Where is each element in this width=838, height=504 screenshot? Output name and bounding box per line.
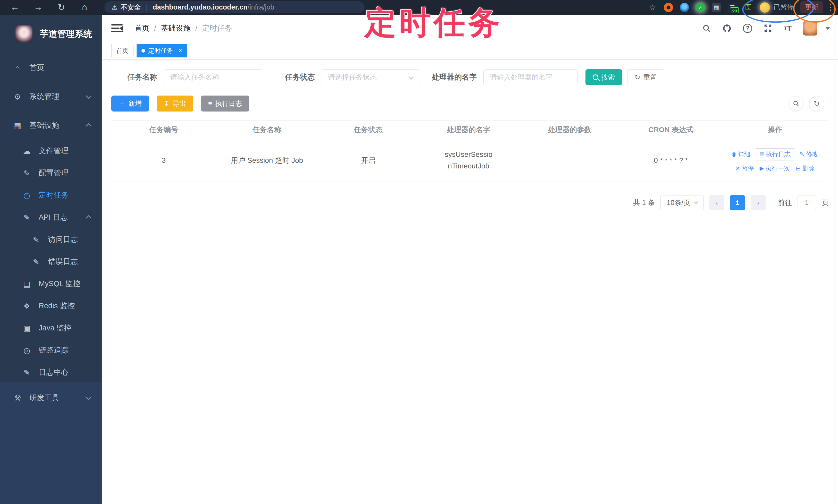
sidebar-item-tracing[interactable]: ◎ 链路追踪 bbox=[0, 339, 102, 361]
browser-home-icon[interactable]: ⌂ bbox=[79, 2, 90, 12]
browser-back-icon[interactable]: ← bbox=[9, 2, 21, 12]
breadcrumb-current: 定时任务 bbox=[202, 23, 232, 34]
close-icon: ✕ bbox=[735, 165, 740, 172]
sidebar-item-label: 链路追踪 bbox=[39, 345, 69, 355]
sidebar-item-system-mgmt[interactable]: ⚙ 系统管理 bbox=[0, 82, 102, 111]
sidebar-item-home[interactable]: ⌂ 首页 bbox=[0, 53, 102, 82]
tag-close-icon[interactable]: × bbox=[179, 47, 182, 54]
extension-icon[interactable]: ✓ bbox=[696, 3, 705, 12]
cloud-icon: ☁ bbox=[22, 146, 32, 156]
tag-home[interactable]: 首页 bbox=[111, 44, 134, 57]
breadcrumb-home[interactable]: 首页 bbox=[135, 23, 150, 34]
user-avatar[interactable] bbox=[803, 21, 817, 36]
pause-link[interactable]: ✕ 暂停 bbox=[735, 164, 754, 173]
breadcrumb-separator: / bbox=[154, 24, 156, 33]
sidebar-item-java-monitor[interactable]: ▣ Java 监控 bbox=[0, 317, 102, 339]
sidebar-fold-icon[interactable] bbox=[111, 24, 123, 33]
extension-icon[interactable]: ▦ bbox=[712, 3, 721, 12]
main-area: 首页 / 基础设施 / 定时任务 ? TT bbox=[102, 15, 838, 504]
sidebar-scrollbar[interactable] bbox=[101, 15, 102, 504]
sidebar-item-scheduled-jobs[interactable]: ◷ 定时任务 bbox=[0, 184, 102, 206]
goto-label: 前往 bbox=[778, 198, 792, 207]
extension-icon[interactable]: ☰ on bbox=[728, 3, 737, 12]
edit-link[interactable]: ✎ 修改 bbox=[800, 150, 818, 158]
delete-link[interactable]: ⊟ 删除 bbox=[796, 164, 815, 173]
page-size-select[interactable]: 10条/页 bbox=[661, 195, 704, 210]
col-actions: 操作 bbox=[721, 121, 829, 139]
url-host: dashboard.yudao.iocoder.cn bbox=[153, 3, 248, 11]
clock-icon: ◷ bbox=[22, 191, 32, 200]
search-button-label: 搜索 bbox=[601, 73, 615, 82]
jobs-table: 任务编号 任务名称 任务状态 处理器的名字 处理器的参数 CRON 表达式 操作… bbox=[111, 120, 829, 182]
font-size-icon[interactable]: TT bbox=[784, 24, 792, 33]
sidebar-item-file-mgmt[interactable]: ☁ 文件管理 bbox=[0, 140, 102, 162]
app-title: 芋道管理系统 bbox=[40, 28, 92, 40]
infrastructure-icon: ▦ bbox=[12, 121, 23, 130]
search-icon bbox=[593, 74, 598, 80]
extension-icon[interactable] bbox=[680, 3, 689, 12]
job-status-select[interactable]: 请选择任务状态 bbox=[321, 69, 420, 85]
edit-icon: ✎ bbox=[800, 151, 804, 158]
database-icon: ▤ bbox=[22, 280, 32, 288]
active-tag-dot bbox=[141, 49, 145, 53]
sidebar: 芋道管理系统 ⌂ 首页 ⚙ 系统管理 ▦ 基础设施 ☁ 文件管理 ✎ 配置管理 … bbox=[0, 15, 102, 504]
sidebar-item-log-center[interactable]: ✎ 日志中心 bbox=[0, 361, 102, 383]
sidebar-item-api-log[interactable]: ✎ API 日志 bbox=[0, 206, 102, 229]
prev-page-button[interactable]: ‹ bbox=[710, 195, 724, 210]
add-button-label: 新增 bbox=[128, 99, 142, 108]
reset-button[interactable]: ↻ 重置 bbox=[627, 69, 664, 85]
browser-reload-icon[interactable]: ↻ bbox=[56, 2, 67, 12]
sidebar-item-redis-monitor[interactable]: ❖ Redis 监控 bbox=[0, 295, 102, 317]
search-button[interactable]: 搜索 bbox=[586, 69, 622, 85]
avatar-caret-icon[interactable] bbox=[825, 27, 830, 30]
goto-page-input[interactable] bbox=[798, 195, 816, 210]
detail-link[interactable]: ◉ 详细 bbox=[732, 150, 750, 158]
cell-job-name: 用户 Session 超时 Job bbox=[216, 139, 318, 182]
chevron-up-icon bbox=[86, 123, 92, 129]
address-bar[interactable]: ⚠ 不安全 | dashboard.yudao.iocoder.cn /infr… bbox=[104, 1, 365, 13]
handler-name-input[interactable] bbox=[484, 69, 578, 85]
eye-icon: ◎ bbox=[22, 346, 32, 355]
sidebar-logo-row[interactable]: 芋道管理系统 bbox=[0, 15, 102, 53]
briefcase-icon: ⚒ bbox=[12, 394, 23, 402]
job-name-input[interactable] bbox=[164, 69, 262, 85]
reset-button-label: 重置 bbox=[643, 73, 657, 82]
sidebar-item-error-log[interactable]: ✎ 错误日志 bbox=[0, 251, 102, 273]
table-toolbar: ＋ 新增 ↧ 导出 ≡ 执行日志 ↻ bbox=[111, 95, 829, 111]
page-scrollbar[interactable] bbox=[835, 15, 835, 504]
breadcrumb-infrastructure[interactable]: 基础设施 bbox=[161, 23, 191, 34]
github-icon[interactable] bbox=[722, 24, 732, 33]
help-icon[interactable]: ? bbox=[743, 24, 752, 33]
fullscreen-icon[interactable] bbox=[764, 24, 772, 33]
current-page-button[interactable]: 1 bbox=[730, 195, 745, 210]
refresh-table-button[interactable]: ↻ bbox=[809, 96, 824, 111]
cell-job-status: 开启 bbox=[318, 139, 418, 182]
sidebar-item-config-mgmt[interactable]: ✎ 配置管理 bbox=[0, 162, 102, 184]
table-utility-buttons: ↻ bbox=[788, 96, 824, 111]
trash-icon: ⊟ bbox=[796, 165, 801, 172]
run-once-link[interactable]: ▶ 执行一次 bbox=[760, 164, 790, 173]
sidebar-item-access-log[interactable]: ✎ 访问日志 bbox=[0, 229, 102, 251]
extension-on-badge: on bbox=[731, 7, 738, 13]
col-job-status: 任务状态 bbox=[318, 121, 418, 139]
tag-scheduled-jobs[interactable]: 定时任务 × bbox=[137, 44, 187, 57]
sidebar-item-label: MySQL 监控 bbox=[39, 278, 81, 289]
browser-forward-icon[interactable]: → bbox=[33, 2, 44, 12]
execution-log-button[interactable]: ≡ 执行日志 bbox=[201, 95, 249, 111]
toggle-search-button[interactable] bbox=[788, 96, 803, 111]
extension-icon[interactable] bbox=[664, 3, 673, 12]
next-page-button[interactable]: › bbox=[751, 195, 766, 210]
page-unit-label: 页 bbox=[822, 198, 829, 207]
bookmark-star-icon[interactable]: ☆ bbox=[648, 3, 657, 12]
col-handler-name: 处理器的名字 bbox=[418, 121, 519, 139]
search-icon[interactable] bbox=[702, 24, 711, 33]
chevron-down-icon bbox=[86, 394, 92, 400]
execution-log-link[interactable]: ≣ 执行日志 bbox=[756, 148, 794, 160]
sidebar-item-label: 系统管理 bbox=[29, 91, 59, 102]
export-button[interactable]: ↧ 导出 bbox=[157, 95, 193, 111]
sidebar-item-label: 基础设施 bbox=[29, 120, 59, 130]
sidebar-item-dev-tools[interactable]: ⚒ 研发工具 bbox=[0, 383, 102, 412]
sidebar-item-infrastructure[interactable]: ▦ 基础设施 bbox=[0, 111, 102, 140]
add-button[interactable]: ＋ 新增 bbox=[111, 95, 149, 111]
sidebar-item-mysql-monitor[interactable]: ▤ MySQL 监控 bbox=[0, 273, 102, 295]
